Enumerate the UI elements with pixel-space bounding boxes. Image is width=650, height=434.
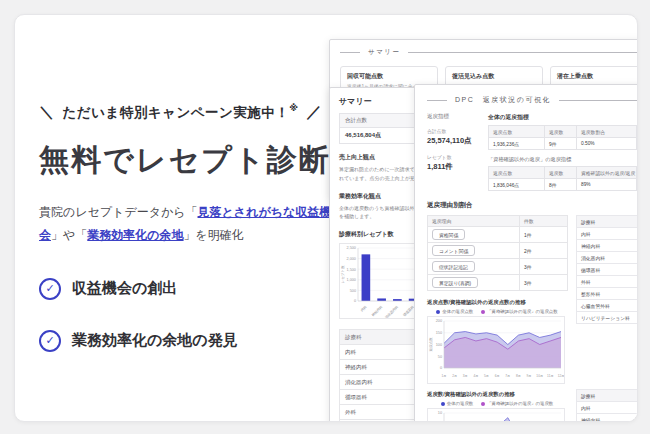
reason-count: 1件	[520, 227, 568, 243]
overall-indicator-heading: 全体の返戻指標	[488, 113, 638, 122]
screenshot-dpc-returns: DPC 返戻状況の可視化 返戻指標 合計点数 25,574,110点 レセプト数…	[414, 84, 638, 422]
counts-trend-area-chart: 0246810返戻数1月2月3月4月5月6月7月8月9月10月11月12月	[428, 409, 564, 422]
reason-chip-comment[interactable]: コメント関係	[432, 245, 475, 256]
svg-text:1,000: 1,000	[346, 278, 356, 282]
svg-text:5月: 5月	[484, 374, 489, 378]
legend-label: 全体の返戻点数	[442, 309, 473, 314]
asterisk-note: ※	[289, 103, 298, 113]
legend-dot-total	[436, 310, 440, 314]
svg-text:2月: 2月	[452, 374, 457, 378]
indicator-block: 返戻指標 合計点数 25,574,110点 レセプト数 1,811件 全体の返戻…	[427, 113, 638, 191]
reason-chip-qualification[interactable]: 資格関係	[432, 229, 465, 240]
column-header: 「資格確認	[637, 167, 639, 179]
grid-right: 診療科 返戻数(全体) 内科1件 神経内科0件 消化器内科0件 循環器科1件 外…	[576, 389, 638, 422]
metric-title: 復活見込み点数	[452, 72, 536, 81]
column-header: 返戻点数	[489, 167, 545, 179]
column-header: 返戻理由	[428, 216, 520, 227]
legend-dot-total	[441, 402, 445, 406]
table-row: 消化器内科0点	[577, 252, 639, 264]
svg-text:7月: 7月	[505, 374, 510, 378]
svg-text:6月: 6月	[495, 374, 500, 378]
column-header: 件数	[520, 216, 568, 227]
counts-trend-chart-title: 返戻数/資格確認以外の返戻数の推移	[427, 391, 567, 398]
svg-text:9月: 9月	[527, 374, 532, 378]
table-row: 内科1件	[577, 402, 639, 414]
legend-label: 「資格確認以外の返戻」の返戻数	[487, 401, 553, 406]
column-header: 返戻点数	[489, 126, 545, 138]
points-trend-chart-title: 返戻点数/資格確認以外の返戻点数の推移	[427, 299, 567, 306]
chart-legend: 全体の返戻数 「資格確認以外の返戻」の返戻数	[427, 401, 567, 406]
grid-right: 診療科 点数(全体) 内科533,876点 神経内科0点 消化器内科0点 循環器…	[576, 215, 638, 384]
reason-chip-symptom-note[interactable]: 症状詳記追記	[432, 261, 475, 272]
table-cell: 8件	[545, 179, 577, 191]
reason-count: 2件	[520, 243, 568, 259]
benefit-label: 業務効率化の余地の発見	[72, 331, 238, 350]
svg-text:50: 50	[438, 355, 442, 359]
column-header: 診療科	[577, 390, 639, 402]
reason-chip-calc-error[interactable]: 算定誤り(再調)	[432, 277, 478, 288]
grid-left: 返戻数/資格確認以外の返戻数の推移 全体の返戻数 「資格確認以外の返戻」の返戻数…	[427, 389, 567, 422]
legend-label: 「資格確認以外の返戻」の返戻点数	[487, 309, 557, 314]
svg-text:11月: 11月	[547, 374, 554, 378]
svg-text:返戻点数: 返戻点数	[429, 337, 433, 352]
svg-text:内科: 内科	[360, 304, 368, 312]
promo-copy: ＼ ただいま特別キャンペーン実施中！※ ／ 無料でレセプト診断 貴院のレセプトデ…	[39, 103, 335, 352]
svg-text:8月: 8月	[516, 374, 521, 378]
column-header: 診療科	[577, 216, 639, 228]
total-points-label: 合計点数	[339, 113, 421, 128]
receipt-label: レセプト数	[427, 154, 479, 160]
total-label: 合計点数	[427, 128, 479, 134]
dpc-section-header: DPC 返戻状況の可視化	[427, 95, 638, 105]
promo-description: 貴院のレセプトデータから「見落とされがちな収益機会」や「業務効率化の余地」を明確…	[39, 201, 335, 248]
counts-trend-chart: 0246810返戻数1月2月3月4月5月6月7月8月9月10月11月12月	[427, 408, 565, 422]
table-row: 外科451,536点	[577, 276, 639, 288]
section-title: DPC 返戻状況の可視化	[455, 95, 551, 105]
svg-text:4月: 4月	[473, 374, 478, 378]
grid-left: 返戻理由 件数 資格関係 1件 コメント関係 2件 症状詳記追記 3件 算定誤り…	[427, 215, 567, 384]
svg-text:神経内科: 神経内科	[371, 304, 384, 317]
reason-and-points-grid: 返戻理由 件数 資格関係 1件 コメント関係 2件 症状詳記追記 3件 算定誤り…	[427, 215, 638, 384]
table-cell: 1,836,046点	[489, 179, 545, 191]
svg-text:3月: 3月	[463, 374, 468, 378]
chart-legend: 全体の返戻点数 「資格確認以外の返戻」の返戻点数	[427, 309, 567, 314]
check-circle-icon: ✓	[39, 330, 61, 352]
promo-card: ＼ ただいま特別キャンペーン実施中！※ ／ 無料でレセプト診断 貴院のレセプトデ…	[14, 14, 638, 422]
check-circle-icon: ✓	[39, 278, 61, 300]
dept-points-table: 診療科 点数(全体) 内科533,876点 神経内科0点 消化器内科0点 循環器…	[576, 215, 638, 324]
svg-text:500: 500	[350, 289, 356, 293]
reason-count: 3件	[520, 275, 568, 291]
table-row: 神経内科0点	[577, 240, 639, 252]
svg-text:消化器内科: 消化器内科	[384, 304, 400, 318]
table-row: 心臓血管外科23,334点	[577, 300, 639, 312]
section-title: サマリー	[368, 48, 400, 57]
link-efficiency[interactable]: 業務効率化の余地	[87, 228, 183, 242]
decorative-left-slash: ＼	[39, 103, 55, 122]
legend-dot-nonqualification	[481, 310, 485, 314]
column-header: 返戻数	[545, 126, 577, 138]
svg-text:12月: 12月	[558, 374, 564, 378]
svg-text:8: 8	[440, 421, 442, 422]
desc-mid: 」や「	[51, 228, 87, 242]
table-cell: 89%	[577, 179, 637, 191]
page-title: 無料でレセプト診断	[39, 140, 335, 181]
table-cell: <5%	[637, 138, 639, 150]
sub-indicator-heading: 「資格確認以外の返戻」の返戻指標	[488, 156, 638, 163]
column-header: 返戻数	[545, 167, 577, 179]
table-cell: 1,936,236点	[489, 138, 545, 150]
indicator-right-column: 全体の返戻指標 返戻点数 返戻数 返戻数割合 返戻数割合 1,936,236点 …	[488, 113, 638, 191]
receipt-count-bar-chart: 05001,0001,5002,0002,500レセプト数内科神経内科消化器内科…	[340, 244, 424, 318]
column-header: 返戻数割合	[637, 126, 639, 138]
total-points-value: 46,516,804点	[339, 128, 421, 144]
counts-grid: 返戻数/資格確認以外の返戻数の推移 全体の返戻数 「資格確認以外の返戻」の返戻数…	[427, 389, 638, 422]
svg-text:10: 10	[438, 411, 442, 415]
svg-text:1月: 1月	[442, 374, 447, 378]
svg-text:2,500: 2,500	[346, 246, 356, 250]
points-trend-chart: 050100150200返戻点数1月2月3月4月5月6月7月8月9月10月11月…	[427, 316, 565, 384]
svg-text:0: 0	[440, 366, 442, 370]
column-header: 資格確認以外の返戻/返戻	[577, 167, 637, 179]
indicator-label: 返戻指標	[427, 113, 479, 120]
svg-text:150: 150	[436, 331, 442, 335]
benefit-label: 収益機会の創出	[72, 279, 177, 298]
indicator-left-column: 返戻指標 合計点数 25,574,110点 レセプト数 1,811件	[427, 113, 479, 191]
reason-count: 3件	[520, 259, 568, 275]
